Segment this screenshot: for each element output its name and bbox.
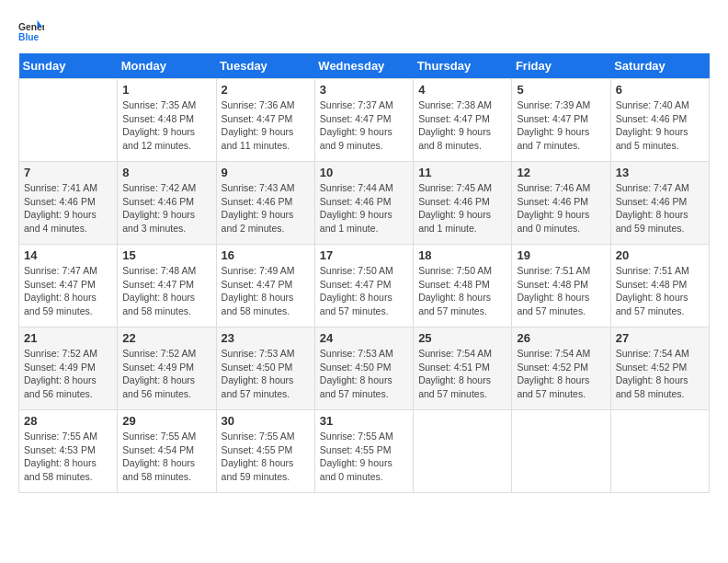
- calendar-cell: 13Sunrise: 7:47 AM Sunset: 4:46 PM Dayli…: [610, 162, 709, 245]
- calendar-cell: 20Sunrise: 7:51 AM Sunset: 4:48 PM Dayli…: [610, 245, 709, 327]
- calendar-week-row: 21Sunrise: 7:52 AM Sunset: 4:49 PM Dayli…: [19, 327, 710, 410]
- day-number: 10: [320, 166, 408, 179]
- calendar-cell: 12Sunrise: 7:46 AM Sunset: 4:46 PM Dayli…: [512, 162, 610, 245]
- calendar-cell: 21Sunrise: 7:52 AM Sunset: 4:49 PM Dayli…: [19, 327, 118, 410]
- day-info: Sunrise: 7:54 AM Sunset: 4:52 PM Dayligh…: [616, 347, 704, 401]
- calendar-cell: 7Sunrise: 7:41 AM Sunset: 4:46 PM Daylig…: [19, 162, 118, 245]
- day-info: Sunrise: 7:35 AM Sunset: 4:48 PM Dayligh…: [122, 98, 210, 153]
- day-info: Sunrise: 7:47 AM Sunset: 4:47 PM Dayligh…: [24, 264, 112, 318]
- calendar-cell: 27Sunrise: 7:54 AM Sunset: 4:52 PM Dayli…: [610, 327, 709, 410]
- day-number: 24: [320, 331, 408, 345]
- day-info: Sunrise: 7:36 AM Sunset: 4:47 PM Dayligh…: [222, 98, 310, 153]
- day-number: 31: [320, 414, 408, 428]
- calendar-cell: 11Sunrise: 7:45 AM Sunset: 4:46 PM Dayli…: [414, 162, 512, 245]
- day-info: Sunrise: 7:55 AM Sunset: 4:54 PM Dayligh…: [122, 430, 210, 484]
- day-number: 5: [517, 83, 605, 97]
- day-info: Sunrise: 7:39 AM Sunset: 4:47 PM Dayligh…: [517, 98, 605, 153]
- calendar-cell: 24Sunrise: 7:53 AM Sunset: 4:50 PM Dayli…: [314, 327, 413, 410]
- day-info: Sunrise: 7:52 AM Sunset: 4:49 PM Dayligh…: [24, 347, 112, 401]
- day-number: 21: [24, 331, 112, 345]
- day-number: 30: [222, 414, 310, 428]
- day-number: 14: [24, 248, 112, 262]
- calendar-cell: [414, 410, 512, 493]
- calendar-week-row: 14Sunrise: 7:47 AM Sunset: 4:47 PM Dayli…: [19, 245, 710, 327]
- calendar-week-row: 7Sunrise: 7:41 AM Sunset: 4:46 PM Daylig…: [19, 162, 710, 245]
- day-info: Sunrise: 7:55 AM Sunset: 4:53 PM Dayligh…: [24, 430, 112, 484]
- calendar-cell: 17Sunrise: 7:50 AM Sunset: 4:47 PM Dayli…: [314, 245, 413, 327]
- day-number: 8: [122, 166, 210, 179]
- day-number: 20: [616, 248, 704, 262]
- day-info: Sunrise: 7:37 AM Sunset: 4:47 PM Dayligh…: [320, 98, 408, 153]
- calendar-week-row: 28Sunrise: 7:55 AM Sunset: 4:53 PM Dayli…: [19, 410, 710, 493]
- calendar-cell: 16Sunrise: 7:49 AM Sunset: 4:47 PM Dayli…: [216, 245, 314, 327]
- calendar-cell: 15Sunrise: 7:48 AM Sunset: 4:47 PM Dayli…: [118, 245, 216, 327]
- weekday-header: Monday: [118, 53, 216, 79]
- calendar-cell: 19Sunrise: 7:51 AM Sunset: 4:48 PM Dayli…: [512, 245, 610, 327]
- day-info: Sunrise: 7:46 AM Sunset: 4:46 PM Dayligh…: [517, 181, 605, 236]
- day-number: 11: [418, 166, 506, 179]
- calendar-cell: 18Sunrise: 7:50 AM Sunset: 4:48 PM Dayli…: [414, 245, 512, 327]
- day-info: Sunrise: 7:50 AM Sunset: 4:48 PM Dayligh…: [418, 264, 506, 318]
- calendar-cell: 14Sunrise: 7:47 AM Sunset: 4:47 PM Dayli…: [19, 245, 118, 327]
- weekday-header: Wednesday: [314, 53, 413, 79]
- day-number: 16: [222, 248, 310, 262]
- day-number: 6: [616, 83, 704, 97]
- day-info: Sunrise: 7:55 AM Sunset: 4:55 PM Dayligh…: [222, 430, 310, 484]
- calendar-cell: 4Sunrise: 7:38 AM Sunset: 4:47 PM Daylig…: [414, 79, 512, 162]
- calendar-cell: 10Sunrise: 7:44 AM Sunset: 4:46 PM Dayli…: [314, 162, 413, 245]
- weekday-header: Thursday: [414, 53, 512, 79]
- day-number: 1: [122, 83, 210, 97]
- calendar-cell: 2Sunrise: 7:36 AM Sunset: 4:47 PM Daylig…: [216, 79, 314, 162]
- day-number: 18: [418, 248, 506, 262]
- day-info: Sunrise: 7:44 AM Sunset: 4:46 PM Dayligh…: [320, 181, 408, 236]
- calendar-cell: 28Sunrise: 7:55 AM Sunset: 4:53 PM Dayli…: [19, 410, 118, 493]
- day-info: Sunrise: 7:55 AM Sunset: 4:55 PM Dayligh…: [320, 430, 408, 484]
- weekday-header: Friday: [512, 53, 610, 79]
- logo: General Blue: [18, 18, 48, 44]
- calendar-cell: 3Sunrise: 7:37 AM Sunset: 4:47 PM Daylig…: [314, 79, 413, 162]
- day-number: 28: [24, 414, 112, 428]
- weekday-header-row: SundayMondayTuesdayWednesdayThursdayFrid…: [19, 53, 710, 79]
- day-info: Sunrise: 7:50 AM Sunset: 4:47 PM Dayligh…: [320, 264, 408, 318]
- logo-icon: General Blue: [18, 18, 44, 44]
- day-number: 29: [122, 414, 210, 428]
- weekday-header: Saturday: [610, 53, 709, 79]
- calendar-cell: 6Sunrise: 7:40 AM Sunset: 4:46 PM Daylig…: [610, 79, 709, 162]
- day-info: Sunrise: 7:42 AM Sunset: 4:46 PM Dayligh…: [122, 181, 210, 236]
- day-info: Sunrise: 7:51 AM Sunset: 4:48 PM Dayligh…: [616, 264, 704, 318]
- day-number: 22: [122, 331, 210, 345]
- svg-text:General: General: [18, 22, 44, 32]
- day-info: Sunrise: 7:41 AM Sunset: 4:46 PM Dayligh…: [24, 181, 112, 236]
- day-info: Sunrise: 7:54 AM Sunset: 4:51 PM Dayligh…: [418, 347, 506, 401]
- calendar-cell: 31Sunrise: 7:55 AM Sunset: 4:55 PM Dayli…: [314, 410, 413, 493]
- day-number: 25: [418, 331, 506, 345]
- calendar-cell: 5Sunrise: 7:39 AM Sunset: 4:47 PM Daylig…: [512, 79, 610, 162]
- day-number: 27: [616, 331, 704, 345]
- day-info: Sunrise: 7:53 AM Sunset: 4:50 PM Dayligh…: [320, 347, 408, 401]
- day-info: Sunrise: 7:40 AM Sunset: 4:46 PM Dayligh…: [616, 98, 704, 153]
- calendar-cell: 25Sunrise: 7:54 AM Sunset: 4:51 PM Dayli…: [414, 327, 512, 410]
- day-number: 4: [418, 83, 506, 97]
- day-number: 3: [320, 83, 408, 97]
- calendar-cell: 1Sunrise: 7:35 AM Sunset: 4:48 PM Daylig…: [118, 79, 216, 162]
- calendar-cell: 29Sunrise: 7:55 AM Sunset: 4:54 PM Dayli…: [118, 410, 216, 493]
- calendar-table: SundayMondayTuesdayWednesdayThursdayFrid…: [18, 53, 710, 493]
- calendar-week-row: 1Sunrise: 7:35 AM Sunset: 4:48 PM Daylig…: [19, 79, 710, 162]
- calendar-cell: 22Sunrise: 7:52 AM Sunset: 4:49 PM Dayli…: [118, 327, 216, 410]
- svg-text:Blue: Blue: [18, 32, 40, 42]
- day-number: 15: [122, 248, 210, 262]
- day-number: 9: [222, 166, 310, 179]
- calendar-cell: [512, 410, 610, 493]
- day-info: Sunrise: 7:38 AM Sunset: 4:47 PM Dayligh…: [418, 98, 506, 153]
- weekday-header: Tuesday: [216, 53, 314, 79]
- day-number: 26: [517, 331, 605, 345]
- calendar-cell: 23Sunrise: 7:53 AM Sunset: 4:50 PM Dayli…: [216, 327, 314, 410]
- day-number: 13: [616, 166, 704, 179]
- day-number: 12: [517, 166, 605, 179]
- day-info: Sunrise: 7:52 AM Sunset: 4:49 PM Dayligh…: [122, 347, 210, 401]
- weekday-header: Sunday: [19, 53, 118, 79]
- day-info: Sunrise: 7:53 AM Sunset: 4:50 PM Dayligh…: [222, 347, 310, 401]
- day-info: Sunrise: 7:54 AM Sunset: 4:52 PM Dayligh…: [517, 347, 605, 401]
- day-number: 7: [24, 166, 112, 179]
- day-info: Sunrise: 7:47 AM Sunset: 4:46 PM Dayligh…: [616, 181, 704, 236]
